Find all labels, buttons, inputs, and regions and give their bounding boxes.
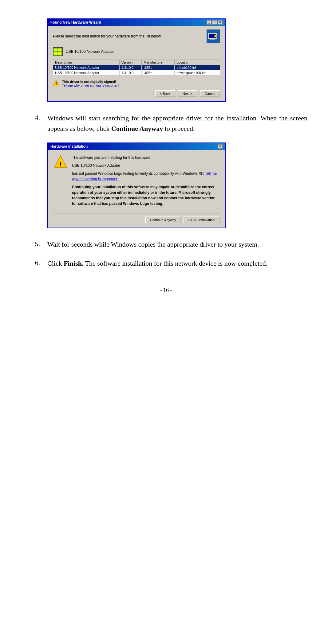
row0-manufacturer: USBs: [142, 65, 175, 70]
step-6-text-start: Click: [47, 260, 64, 267]
wizard-icon-box: [207, 29, 220, 43]
wizard-titlebar-controls: _ □ ✕: [207, 20, 223, 25]
hardware-wizard-icon: [208, 31, 219, 42]
driver-signing-link[interactable]: Tell me why driver signing is important: [62, 84, 119, 87]
icon-cell-2: [58, 49, 61, 51]
step-6-text-end: The software installation for this netwo…: [83, 260, 267, 267]
step-6-bold: Finish.: [64, 260, 83, 267]
minimize-button[interactable]: _: [207, 20, 211, 25]
wizard-title: Found New Hardware Wizard: [50, 20, 101, 25]
icon-cell-3: [54, 52, 57, 55]
wizard-dialog: Found New Hardware Wizard _ □ ✕ Please s…: [47, 18, 226, 102]
step-5-number: 5.: [25, 239, 40, 248]
hw-warning-icon: !: [53, 155, 68, 169]
hw-install-title: Hardware Installation: [50, 144, 88, 149]
step-6: 6. Click Finish. The software installati…: [25, 258, 307, 269]
stop-installation-button[interactable]: STOP Installation: [184, 217, 219, 223]
warning-triangle-icon: !: [53, 80, 60, 87]
back-button[interactable]: < Back: [155, 90, 175, 97]
wizard-titlebar: Found New Hardware Wizard _ □ ✕: [48, 19, 225, 26]
hw-button-row: Continue Anyway STOP Installation: [53, 217, 219, 223]
document-content: Found New Hardware Wizard _ □ ✕ Please s…: [25, 18, 307, 294]
wizard-device-name: USB 10/100 Network Adapter: [66, 49, 114, 54]
wizard-body: Please select the best match for your ha…: [48, 26, 225, 101]
icon-cell-1: [54, 49, 57, 51]
svg-text:!: !: [59, 160, 61, 168]
cancel-button[interactable]: Cancel: [200, 90, 220, 97]
hw-para3: Continuing your installation of this sof…: [72, 184, 219, 206]
page-number: - 16 -: [25, 287, 307, 294]
col-manufacturer: Manufacturer: [142, 60, 175, 65]
svg-text:!: !: [56, 82, 57, 86]
hw-close-button[interactable]: ✕: [218, 144, 223, 149]
row1-manufacturer: USBs: [142, 70, 175, 76]
step-6-text: Click Finish. The software installation …: [47, 258, 267, 269]
col-location: Location: [175, 60, 220, 65]
row0-version: 1.31.0.0: [119, 65, 142, 70]
hw-install-body: ! The software you are installing for th…: [48, 150, 225, 228]
driver-warning-bold: This driver is not digitally signed!: [62, 80, 119, 84]
svg-rect-2: [210, 39, 215, 40]
device-row: USB 10/100 Network Adapter: [53, 47, 220, 56]
wizard-header-text: Please select the best match for your ha…: [53, 34, 162, 38]
col-version: Version: [119, 60, 142, 65]
step-4-number: 4.: [25, 113, 40, 122]
step-4-text-end: to proceed.: [163, 125, 195, 132]
hw-device-name: USB 10/100 Network Adapter: [72, 163, 219, 168]
step-5-text: Wait for seconds while Windows copies th…: [47, 239, 259, 250]
driver-table-body: USB 10/100 Network Adapter 1.31.0.0 USBs…: [53, 65, 220, 76]
hw-text-block: The software you are installing for this…: [72, 155, 219, 209]
driver-warning-row: ! This driver is not digitally signed! T…: [53, 80, 220, 87]
close-button[interactable]: ✕: [218, 20, 223, 25]
row0-description: USB 10/100 Network Adapter: [53, 65, 120, 70]
row1-location: a:\winxp\usb100.inf: [175, 70, 220, 76]
step-4-text: Windows will start searching for the app…: [47, 113, 307, 134]
hw-main-row: ! The software you are installing for th…: [53, 155, 219, 209]
row1-description: USB 10/100 Network Adapter: [53, 70, 120, 76]
network-adapter-icon: [53, 47, 63, 56]
step-4-bold: Continue Anyway: [111, 125, 163, 132]
driver-table-header: Description Version Manufacturer Locatio…: [53, 60, 220, 65]
wizard-button-row: < Back Next > Cancel: [53, 90, 220, 97]
hw-divider: [53, 213, 219, 213]
driver-table-header-row: Description Version Manufacturer Locatio…: [53, 60, 220, 65]
col-description: Description: [53, 60, 120, 65]
hw-install-screenshot: Hardware Installation ✕ ! The software y…: [47, 142, 307, 228]
continue-anyway-button[interactable]: Continue Anyway: [145, 217, 181, 223]
hw-install-dialog: Hardware Installation ✕ ! The software y…: [47, 142, 226, 228]
wizard-screenshot: Found New Hardware Wizard _ □ ✕ Please s…: [47, 18, 307, 102]
hw-titlebar-controls: ✕: [218, 144, 223, 149]
driver-warning-text: This driver is not digitally signed! Tel…: [62, 80, 119, 87]
driver-table: Description Version Manufacturer Locatio…: [53, 60, 220, 76]
step-6-number: 6.: [25, 258, 40, 267]
driver-row-1[interactable]: USB 10/100 Network Adapter 1.31.0.0 USBs…: [53, 70, 220, 76]
step-5: 5. Wait for seconds while Windows copies…: [25, 239, 307, 250]
step-4: 4. Windows will start searching for the …: [25, 113, 307, 134]
icon-cell-4: [58, 52, 61, 55]
next-button[interactable]: Next >: [178, 90, 197, 97]
driver-row-0[interactable]: USB 10/100 Network Adapter 1.31.0.0 USBs…: [53, 65, 220, 70]
svg-rect-3: [209, 40, 216, 40]
hw-intro-line1: The software you are installing for this…: [72, 155, 219, 160]
hw-para2: has not passed Windows Logo testing to v…: [72, 171, 219, 182]
row0-location: a:\usb100.inf: [175, 65, 220, 70]
wizard-header-row: Please select the best match for your ha…: [53, 29, 220, 43]
hw-install-titlebar: Hardware Installation ✕: [48, 143, 225, 150]
maximize-button[interactable]: □: [212, 20, 217, 25]
row1-version: 1.31.0.0: [119, 70, 142, 76]
